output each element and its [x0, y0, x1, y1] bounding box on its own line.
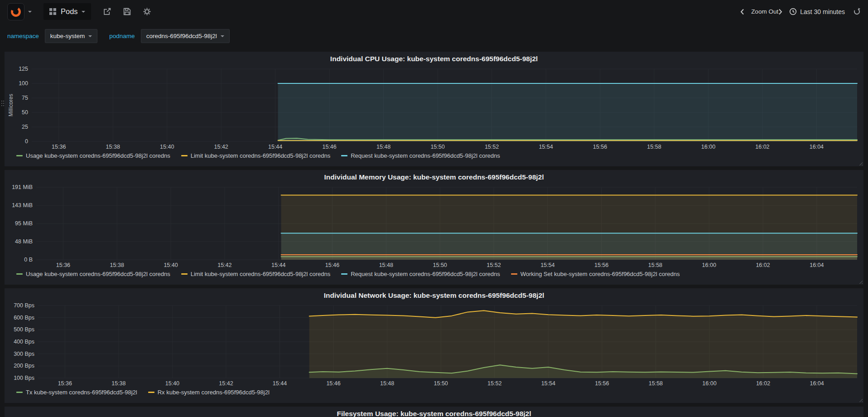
clock-icon — [789, 8, 797, 15]
panel-resize-handle[interactable] — [858, 160, 863, 165]
grafana-logo[interactable] — [7, 3, 24, 20]
x-tick-label: 16:04 — [810, 262, 824, 268]
x-tick-label: 15:44 — [273, 380, 287, 387]
x-tick-label: 15:36 — [52, 144, 66, 150]
series-fill — [278, 83, 857, 141]
legend-item[interactable]: Rx kube-system coredns-695f96dcd5-98j2l — [148, 389, 270, 396]
y-tick-label: 400 Bps — [14, 339, 34, 345]
x-tick-label: 15:54 — [540, 262, 555, 268]
x-tick-label: 16:02 — [755, 144, 769, 150]
legend-series-label: Request kube-system coredns-695f96dcd5-9… — [351, 271, 500, 277]
dashboard-grid-icon — [49, 8, 56, 15]
network-chart-wrap: 100 Bps200 Bps300 Bps400 Bps500 Bps600 B… — [5, 302, 863, 387]
y-tick-label: 143 MiB — [12, 202, 33, 208]
legend-item[interactable]: Request kube-system coredns-695f96dcd5-9… — [341, 271, 500, 277]
variable-podname: podname coredns-695f96dcd5-98j2l — [109, 29, 229, 43]
x-tick-label: 15:36 — [58, 380, 72, 387]
variable-namespace-value[interactable]: kube-system — [45, 29, 98, 43]
top-navbar: Pods — [0, 0, 868, 23]
dashboard-title: Pods — [61, 7, 78, 16]
legend-item[interactable]: Usage kube-system coredns-695f96dcd5-98j… — [16, 271, 170, 277]
panel-resize-handle[interactable] — [858, 397, 863, 402]
time-range-picker[interactable]: Last 30 minutes — [789, 8, 845, 15]
series-fill — [309, 310, 857, 378]
legend-item[interactable]: Tx kube-system coredns-695f96dcd5-98j2l — [16, 389, 137, 396]
zoom-out-button[interactable]: Zoom Out — [751, 8, 778, 15]
x-tick-label: 15:54 — [539, 144, 553, 150]
x-tick-label: 15:40 — [164, 262, 178, 268]
row-drag-handle[interactable] — [1, 101, 2, 102]
share-icon — [103, 8, 111, 15]
save-icon — [123, 8, 131, 15]
cpu-legend: Usage kube-system coredns-695f96dcd5-98j… — [5, 150, 863, 159]
org-caret-down-icon[interactable] — [28, 11, 32, 13]
x-tick-label: 15:42 — [217, 262, 231, 268]
variable-namespace-value-text: kube-system — [50, 33, 85, 39]
legend-item[interactable]: Limit kube-system coredns-695f96dcd5-98j… — [181, 271, 331, 277]
x-tick-label: 15:42 — [214, 144, 228, 150]
x-tick-label: 15:42 — [219, 380, 233, 387]
x-tick-label: 15:56 — [593, 144, 607, 150]
x-tick-label: 15:48 — [379, 262, 393, 268]
time-range-label: Last 30 minutes — [800, 8, 845, 15]
time-shift-forward-button[interactable] — [778, 9, 782, 15]
chevron-right-icon — [778, 9, 782, 15]
memory-usage-chart[interactable]: 0 B48 MiB95 MiB143 MiB191 MiB15:3615:381… — [7, 184, 861, 269]
x-tick-label: 16:02 — [756, 380, 770, 387]
save-button[interactable] — [123, 8, 131, 15]
y-tick-label: 200 Bps — [14, 363, 34, 369]
legend-series-swatch-icon — [341, 155, 347, 156]
x-tick-label: 16:02 — [756, 262, 770, 268]
legend-series-label: Usage kube-system coredns-695f96dcd5-98j… — [26, 152, 170, 159]
dashboard-picker[interactable]: Pods — [43, 3, 91, 20]
legend-series-swatch-icon — [148, 392, 154, 393]
x-tick-label: 15:48 — [376, 144, 391, 150]
panel-title-cpu[interactable]: Individual CPU Usage: kube-system coredn… — [5, 52, 863, 65]
variable-podname-value[interactable]: coredns-695f96dcd5-98j2l — [141, 29, 230, 43]
x-tick-label: 15:58 — [649, 380, 663, 387]
panel-resize-handle[interactable] — [858, 279, 863, 284]
legend-item[interactable]: Working Set kube-system coredns-695f96dc… — [511, 271, 680, 277]
chevron-left-icon — [740, 9, 744, 15]
legend-item[interactable]: Usage kube-system coredns-695f96dcd5-98j… — [16, 152, 170, 159]
legend-item[interactable]: Limit kube-system coredns-695f96dcd5-98j… — [181, 152, 331, 159]
x-tick-label: 16:00 — [702, 380, 716, 387]
legend-item[interactable]: Request kube-system coredns-695f96dcd5-9… — [341, 152, 500, 159]
share-button[interactable] — [103, 8, 111, 15]
y-tick-label: 48 MiB — [15, 238, 33, 245]
legend-series-swatch-icon — [511, 273, 517, 275]
y-tick-label: 100 — [19, 80, 28, 87]
network-usage-chart[interactable]: 100 Bps200 Bps300 Bps400 Bps500 Bps600 B… — [7, 302, 861, 387]
panel-title-memory[interactable]: Individual Memory Usage: kube-system cor… — [5, 170, 863, 184]
legend-series-label: Usage kube-system coredns-695f96dcd5-98j… — [26, 271, 170, 277]
y-tick-label: 700 Bps — [14, 302, 34, 309]
legend-series-swatch-icon — [16, 273, 23, 275]
variable-podname-caret-down-icon — [221, 35, 224, 37]
x-tick-label: 15:40 — [165, 380, 179, 387]
y-tick-label: 300 Bps — [14, 351, 34, 357]
x-tick-label: 15:58 — [648, 262, 662, 268]
x-tick-label: 15:56 — [594, 262, 608, 268]
y-axis-label: Millicores — [8, 94, 14, 116]
legend-series-swatch-icon — [181, 155, 188, 156]
legend-series-label: Tx kube-system coredns-695f96dcd5-98j2l — [26, 389, 137, 396]
cpu-chart-wrap: 025507510012515:3615:3815:4015:4215:4415… — [5, 65, 863, 150]
x-tick-label: 15:56 — [595, 380, 609, 387]
legend-series-swatch-icon — [341, 273, 347, 275]
cpu-usage-chart[interactable]: 025507510012515:3615:3815:4015:4215:4415… — [7, 65, 861, 150]
x-tick-label: 15:50 — [430, 144, 444, 150]
y-tick-label: 50 — [22, 109, 28, 116]
x-tick-label: 16:04 — [810, 144, 824, 150]
time-shift-back-button[interactable] — [740, 9, 744, 15]
panel-cpu-usage: Individual CPU Usage: kube-system coredn… — [5, 52, 863, 166]
panel-title-network[interactable]: Individual Network Usage: kube-system co… — [5, 288, 863, 302]
y-tick-label: 95 MiB — [15, 220, 33, 227]
x-tick-label: 15:38 — [111, 380, 125, 387]
refresh-button[interactable] — [853, 8, 861, 15]
settings-button[interactable] — [143, 8, 151, 15]
x-tick-label: 15:48 — [380, 380, 394, 387]
panel-title-filesystem[interactable]: Filesystem Usage: kube-system coredns-69… — [5, 407, 863, 417]
navbar-right-controls: Zoom Out Last 30 minutes — [740, 8, 861, 15]
memory-legend: Usage kube-system coredns-695f96dcd5-98j… — [5, 269, 863, 277]
x-tick-label: 15:40 — [160, 144, 174, 150]
